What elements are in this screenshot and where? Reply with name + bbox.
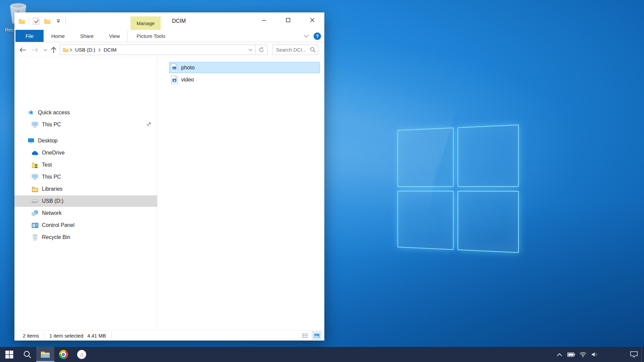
close-icon [310, 18, 315, 22]
control-panel-icon [31, 222, 39, 229]
address-bar[interactable]: USB (D:) DCIM [60, 45, 268, 55]
windows-logo-pane [458, 191, 519, 253]
help-icon[interactable]: ? [314, 33, 321, 40]
selection-size: 4.41 MB [87, 333, 106, 339]
chrome-icon [59, 350, 68, 359]
taskbar-search-button[interactable] [18, 347, 36, 362]
search-icon [23, 350, 32, 359]
windows-logo-pane [458, 124, 519, 187]
volume-icon[interactable] [589, 347, 600, 362]
sidebar-item-label: Control Panel [14, 222, 74, 228]
tab-view[interactable]: View [101, 30, 127, 42]
search-icon[interactable] [310, 47, 316, 53]
collapse-ribbon-chevron-icon[interactable] [304, 33, 309, 39]
minimize-icon [262, 18, 266, 22]
file-item-photo[interactable]: photo [169, 62, 320, 73]
sidebar-item-onedrive[interactable]: OneDrive [14, 147, 157, 159]
wifi-icon[interactable] [577, 347, 589, 362]
recycle-bin-icon [31, 234, 39, 241]
status-bar: 2 items 1 item selected 4.41 MB [14, 330, 324, 341]
taskbar-itunes-button[interactable]: ♫ [72, 347, 91, 362]
contextual-group-manage[interactable]: Manage [130, 16, 161, 30]
maximize-button[interactable] [276, 12, 300, 28]
sidebar-item-recycle-bin[interactable]: Recycle Bin [14, 232, 157, 243]
desktop-icon [27, 137, 35, 144]
file-name: video [181, 77, 194, 83]
taskbar-file-explorer-button[interactable] [36, 347, 54, 362]
breadcrumb-chevron-icon [69, 48, 72, 52]
taskbar: ♫ [0, 347, 644, 362]
toolbar-separator [29, 17, 29, 25]
sidebar-item-label: Desktop [14, 138, 58, 144]
video-file-icon [171, 75, 178, 84]
file-list-pane[interactable]: photo video [157, 57, 324, 330]
refresh-icon[interactable] [255, 45, 267, 55]
view-switcher [301, 331, 321, 340]
sidebar-item-desktop[interactable]: Desktop [14, 135, 157, 146]
item-count: 2 items [23, 333, 39, 339]
maximize-icon [286, 18, 290, 22]
close-button[interactable] [300, 12, 324, 28]
show-desktop-button[interactable] [641, 347, 644, 362]
breadcrumb-segment-usb[interactable]: USB (D:) [73, 47, 97, 53]
sidebar-item-network[interactable]: Network [14, 207, 157, 219]
tab-home[interactable]: Home [44, 30, 72, 42]
file-name: photo [181, 65, 195, 71]
breadcrumb-chevron-icon [98, 48, 101, 52]
quick-access-star-icon [27, 109, 35, 116]
properties-check-icon[interactable] [32, 17, 40, 25]
sidebar-item-libraries[interactable]: Libraries [14, 183, 157, 195]
file-item-video[interactable]: video [169, 74, 320, 85]
sidebar-item-test[interactable]: Test [14, 159, 157, 171]
battery-icon[interactable] [565, 347, 577, 362]
address-folder-icon [63, 47, 69, 52]
sidebar-item-control-panel[interactable]: Control Panel [14, 220, 157, 231]
back-arrow-icon[interactable] [18, 42, 28, 57]
start-button[interactable] [0, 347, 18, 362]
user-folder-icon [31, 161, 39, 169]
search-box[interactable] [272, 45, 318, 55]
breadcrumb-segment-dcim[interactable]: DCIM [102, 47, 118, 53]
tab-file[interactable]: File [15, 30, 44, 42]
sidebar-item-usb-d[interactable]: USB (D:) [14, 195, 157, 207]
window-content: Quick access This PC Desktop [14, 57, 324, 330]
taskbar-chrome-button[interactable] [54, 347, 72, 362]
search-input[interactable] [273, 45, 309, 55]
explorer-folder-icon[interactable] [18, 17, 26, 25]
tab-picture-tools[interactable]: Picture Tools [128, 30, 174, 42]
tray-expand-chevron-icon[interactable] [553, 347, 565, 362]
network-icon [31, 209, 39, 217]
thumbnails-view-icon[interactable] [312, 331, 321, 340]
forward-arrow-icon[interactable] [30, 42, 40, 57]
onedrive-cloud-icon [31, 149, 39, 157]
new-folder-icon[interactable] [43, 17, 51, 25]
sidebar-item-label: OneDrive [14, 150, 65, 156]
itunes-icon: ♫ [77, 350, 86, 359]
explorer-window: Manage DCIM File Home Share View Picture [14, 12, 324, 341]
status-separator [44, 332, 45, 339]
windows-logo-wallpaper [397, 124, 519, 253]
usb-drive-icon [31, 197, 39, 205]
details-view-icon[interactable] [301, 331, 310, 340]
image-file-icon [171, 63, 178, 72]
tab-share[interactable]: Share [72, 30, 101, 42]
recent-locations-chevron-icon[interactable] [42, 42, 49, 57]
sidebar-item-this-pc-pinned[interactable]: This PC [14, 119, 157, 130]
ribbon-right-controls: ? [304, 30, 321, 42]
action-center-icon[interactable] [627, 347, 641, 362]
minimize-button[interactable] [252, 12, 276, 28]
computer-icon [31, 173, 39, 181]
title-bar[interactable]: Manage DCIM [14, 12, 324, 30]
caption-buttons [252, 12, 324, 28]
sidebar-item-label: Quick access [14, 110, 70, 116]
navigation-pane: Quick access This PC Desktop [14, 57, 157, 330]
selection-count: 1 item selected [49, 333, 83, 339]
customize-toolbar-chevron-icon[interactable] [54, 17, 62, 25]
address-dropdown-chevron-icon[interactable] [246, 45, 255, 55]
up-arrow-icon[interactable] [49, 42, 59, 57]
sidebar-item-label: USB (D:) [14, 198, 63, 204]
breadcrumb: USB (D:) DCIM [60, 45, 246, 55]
sidebar-item-this-pc[interactable]: This PC [14, 171, 157, 183]
sidebar-item-quick-access[interactable]: Quick access [14, 107, 157, 118]
system-tray [553, 347, 644, 362]
